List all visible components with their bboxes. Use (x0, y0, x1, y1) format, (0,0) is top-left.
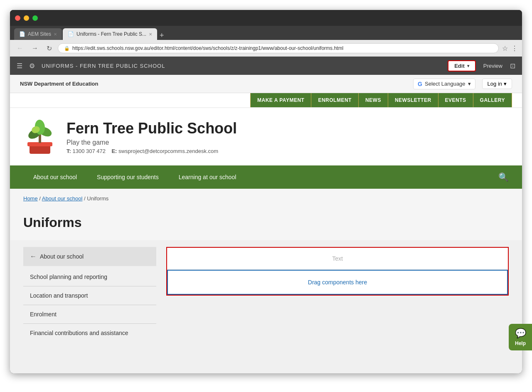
edit-chevron-icon: ▾ (467, 64, 469, 68)
tab-close-active-btn[interactable]: ✕ (149, 32, 152, 37)
tab-icon: 📄 (19, 31, 25, 37)
dept-name: NSW Department of Education (20, 81, 99, 87)
nav-actions: ☆ ⋮ (502, 44, 518, 52)
tab-icon-active: 📄 (68, 31, 74, 37)
site-header-bar: NSW Department of Education G Select Lan… (10, 75, 522, 93)
school-logo (23, 118, 57, 155)
top-nav-make-payment[interactable]: MAKE A PAYMENT (251, 93, 311, 107)
aem-toolbar-title: UNIFORMS - FERN TREE PUBLIC SCHOOL (42, 63, 165, 69)
back-arrow-icon: ← (30, 253, 37, 260)
browser-titlebar (10, 10, 522, 26)
page-title: Uniforms (23, 215, 509, 230)
edit-button[interactable]: Edit ▾ (448, 60, 476, 71)
ssl-lock-icon: 🔒 (64, 46, 70, 51)
content-area: ← About our school School planning and r… (10, 240, 522, 373)
main-content: Text Drag components here (166, 247, 509, 367)
help-button[interactable]: 💬 Help (509, 324, 532, 350)
breadcrumb: Home / About our school / Uniforms (10, 189, 522, 208)
aem-toolbar-left: ☰ ⚙ UNIFORMS - FERN TREE PUBLIC SCHOOL (17, 62, 165, 70)
select-language-chevron: ▾ (468, 81, 471, 87)
back-button[interactable]: ← (14, 44, 26, 53)
top-nav-gallery[interactable]: GALLERY (473, 93, 512, 107)
more-options-button[interactable]: ⋮ (511, 44, 518, 52)
text-placeholder: Text (175, 255, 500, 262)
url-text: https://edit.sws.schools.nsw.gov.au/edit… (72, 45, 343, 51)
login-button[interactable]: Log in ▾ (482, 79, 512, 89)
top-nav-links: MAKE A PAYMENT ENROLMENT NEWS NEWSLETTER… (250, 93, 512, 107)
sidebar-item-location[interactable]: Location and transport (23, 286, 156, 305)
emulator-button[interactable]: ⊡ (510, 62, 515, 70)
tab-uniforms[interactable]: 📄 Uniforms - Fern Tree Public S... ✕ (63, 28, 157, 40)
settings-btn[interactable]: ⚙ (29, 62, 35, 70)
sidebar: ← About our school School planning and r… (23, 247, 156, 367)
browser-frame: 📄 AEM Sites ✕ 📄 Uniforms - Fern Tree Pub… (10, 10, 522, 373)
tab-close-btn[interactable]: ✕ (54, 32, 57, 37)
help-label: Help (515, 340, 526, 346)
forward-button[interactable]: → (29, 44, 41, 53)
top-nav-enrolment[interactable]: ENROLMENT (311, 93, 359, 107)
preview-label: Preview (483, 63, 502, 69)
phone-label: T: (66, 148, 71, 154)
address-bar[interactable]: 🔒 https://edit.sws.schools.nsw.gov.au/ed… (58, 43, 499, 53)
text-area-box[interactable]: Text (167, 248, 508, 270)
sidebar-item-financial[interactable]: Financial contributions and assistance (23, 324, 156, 342)
breadcrumb-current: Uniforms (87, 195, 108, 202)
preview-button[interactable]: Preview (479, 61, 507, 71)
top-nav-news[interactable]: NEWS (359, 93, 388, 107)
header-right: G Select Language ▾ Log in ▾ (413, 79, 512, 89)
top-nav: MAKE A PAYMENT ENROLMENT NEWS NEWSLETTER… (10, 93, 522, 108)
minimize-window-btn[interactable] (24, 15, 29, 21)
nav-learning-at-school[interactable]: Learning at our school (169, 165, 246, 189)
top-nav-newsletter[interactable]: NEWSLETTER (388, 93, 438, 107)
school-phone: 1300 307 472 (72, 148, 106, 154)
drag-components-box[interactable]: Drag components here (167, 270, 508, 295)
top-nav-events[interactable]: EVENTS (438, 93, 473, 107)
edit-label: Edit (454, 63, 465, 69)
school-email: swsproject@detcorpcomms.zendesk.com (118, 148, 218, 154)
bookmark-button[interactable]: ☆ (502, 44, 508, 52)
tab-aem-sites[interactable]: 📄 AEM Sites ✕ (14, 28, 62, 40)
school-name: Fern Tree Public School (66, 120, 237, 137)
login-chevron-icon: ▾ (504, 81, 507, 87)
refresh-button[interactable]: ↻ (44, 44, 54, 53)
help-chat-icon: 💬 (511, 328, 530, 339)
breadcrumb-home[interactable]: Home (23, 195, 38, 202)
nav-bar: ← → ↻ 🔒 https://edit.sws.schools.nsw.gov… (10, 40, 522, 57)
sidebar-back-link[interactable]: ← About our school (23, 247, 156, 266)
email-label: E: (111, 148, 117, 154)
close-window-btn[interactable] (15, 15, 20, 21)
school-contact: T: 1300 307 472 E: swsproject@detcorpcom… (66, 148, 237, 154)
aem-toolbar-right: Edit ▾ Preview ⊡ (448, 60, 515, 71)
search-icon[interactable]: 🔍 (498, 172, 509, 182)
school-header: Fern Tree Public School Play the game T:… (10, 108, 522, 165)
breadcrumb-about[interactable]: About our school (42, 195, 83, 202)
school-info: Fern Tree Public School Play the game T:… (66, 120, 237, 154)
select-language-btn[interactable]: G Select Language ▾ (413, 79, 475, 89)
tab-label-active: Uniforms - Fern Tree Public S... (76, 31, 146, 37)
school-tagline: Play the game (66, 139, 237, 146)
maximize-window-btn[interactable] (32, 15, 38, 21)
login-label: Log in (488, 81, 502, 87)
aem-toolbar: ☰ ⚙ UNIFORMS - FERN TREE PUBLIC SCHOOL E… (10, 57, 522, 75)
sidebar-item-school-planning[interactable]: School planning and reporting (23, 268, 156, 286)
select-language-label: Select Language (425, 81, 466, 87)
google-icon: G (418, 81, 422, 87)
new-tab-button[interactable]: + (160, 31, 164, 40)
sidebar-back-label: About our school (40, 253, 84, 260)
main-nav: About our school Supporting our students… (10, 165, 522, 189)
content-edit-box: Text Drag components here (166, 247, 509, 296)
nav-supporting-students[interactable]: Supporting our students (87, 165, 169, 189)
tab-label: AEM Sites (28, 31, 51, 37)
sidebar-item-enrolment[interactable]: Enrolment (23, 305, 156, 324)
tab-bar: 📄 AEM Sites ✕ 📄 Uniforms - Fern Tree Pub… (10, 26, 522, 40)
nav-about-school[interactable]: About our school (23, 165, 87, 189)
page-title-section: Uniforms (10, 208, 522, 240)
sidebar-toggle-btn[interactable]: ☰ (17, 62, 22, 70)
drag-label: Drag components here (308, 279, 367, 286)
